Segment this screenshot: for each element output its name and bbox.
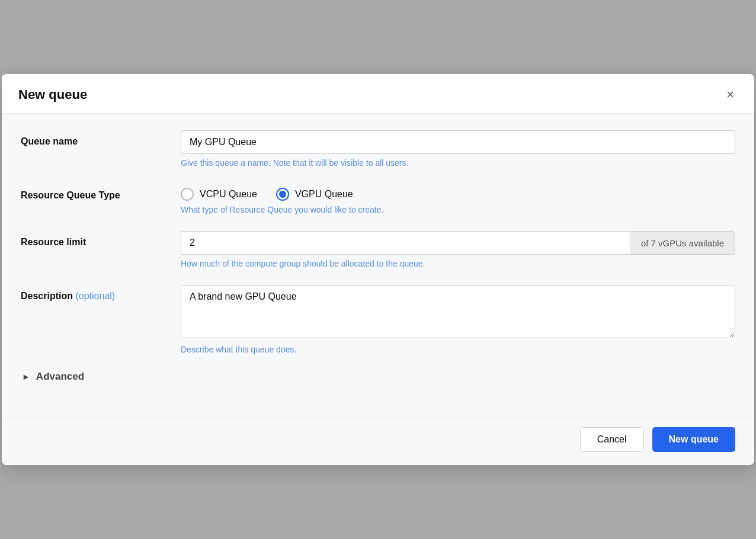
advanced-row[interactable]: ► Advanced [21,371,735,383]
resource-limit-suffix: of 7 vGPUs available [630,231,735,255]
queue-name-hint: Give this queue a name. Note that it wil… [181,158,735,168]
description-hint: Describe what this queue does. [181,345,735,354]
resource-limit-row: Resource limit of 7 vGPUs available How … [21,231,735,268]
queue-name-row: Queue name Give this queue a name. Note … [21,130,735,168]
new-queue-dialog: New queue × Queue name Give this queue a… [2,74,754,465]
description-row: Description (optional) (optional) A bran… [21,285,735,354]
vgpu-queue-option[interactable]: VGPU Queue [276,188,353,201]
chevron-right-icon: ► [22,372,30,381]
resource-limit-label: Resource limit [21,231,181,248]
radio-group: VCPU Queue VGPU Queue [181,184,735,201]
vcpu-queue-label: VCPU Queue [200,189,257,200]
dialog-overlay: New queue × Queue name Give this queue a… [0,0,756,539]
close-button[interactable]: × [723,87,738,102]
vcpu-radio-circle [181,188,194,201]
queue-name-input[interactable] [181,130,735,154]
dialog-footer: Cancel New queue [2,416,754,465]
vgpu-queue-label: VGPU Queue [295,189,353,200]
resource-limit-input[interactable] [181,231,630,255]
resource-queue-type-row: Resource Queue Type VCPU Queue VGPU Queu… [21,184,735,214]
vcpu-queue-option[interactable]: VCPU Queue [181,188,257,201]
queue-name-label: Queue name [21,130,181,147]
resource-limit-hint: How much of the compute group should be … [181,259,735,268]
cancel-button[interactable]: Cancel [580,427,644,452]
resource-limit-field: of 7 vGPUs available How much of the com… [181,231,735,268]
dialog-header: New queue × [2,74,754,114]
description-optional-text: (optional) [75,291,115,301]
description-field: A brand new GPU Queue Describe what this… [181,285,735,354]
resource-queue-type-hint: What type of Resource Queue you would li… [181,205,735,214]
vgpu-radio-circle [276,188,289,201]
dialog-title: New queue [18,87,87,102]
resource-queue-type-label: Resource Queue Type [21,184,181,201]
advanced-label: Advanced [36,371,84,383]
resource-limit-input-row: of 7 vGPUs available [181,231,735,255]
queue-name-field: Give this queue a name. Note that it wil… [181,130,735,168]
description-label-text: Description [21,291,75,301]
dialog-body: Queue name Give this queue a name. Note … [2,114,754,416]
resource-queue-type-field: VCPU Queue VGPU Queue What type of Resou… [181,184,735,214]
description-label: Description (optional) (optional) [21,285,181,301]
description-input[interactable]: A brand new GPU Queue [181,285,735,338]
submit-button[interactable]: New queue [652,427,735,452]
